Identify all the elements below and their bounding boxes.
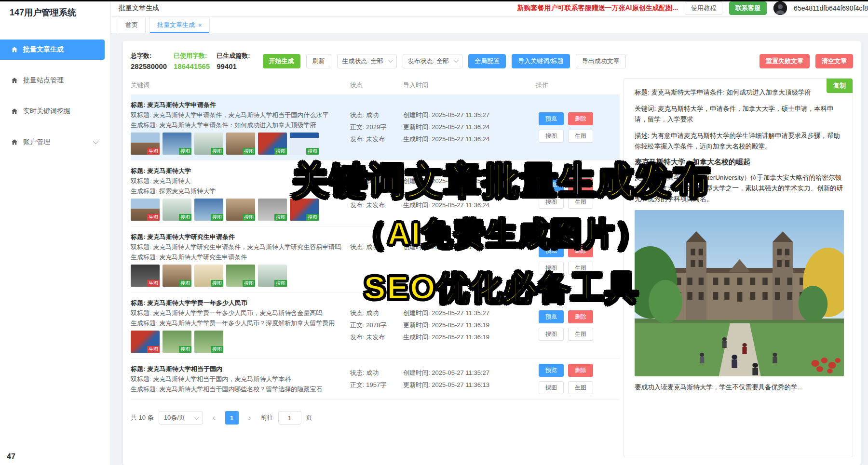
article-thumbnail[interactable]: 搜图: [226, 265, 255, 287]
table-row[interactable]: 标题: 麦克马斯特大学相当于国内 双标题: 麦克马斯特大学相当于国内，麦克马斯特…: [131, 359, 620, 400]
delete-button[interactable]: 删除: [568, 244, 593, 257]
article-thumbnail[interactable]: 搜图: [258, 265, 287, 287]
article-thumbnail[interactable]: 生图: [131, 133, 160, 155]
time-text: 更新时间: 2025-05-27 11:36:19: [403, 320, 536, 331]
article-thumbnail[interactable]: 生图: [131, 331, 160, 353]
search-image-button[interactable]: 搜图: [539, 130, 564, 143]
search-image-badge: 搜图: [306, 148, 319, 155]
generate-image-button[interactable]: 生图: [568, 328, 593, 341]
time-text: 创建时间: 2025-05-27 11:35:27: [403, 368, 536, 378]
tutorial-button[interactable]: 使用教程: [685, 1, 722, 15]
status-text: 状态: 成功: [350, 110, 403, 120]
goto-label: 前往: [261, 413, 273, 422]
article-thumbnail[interactable]: 生图: [131, 265, 160, 287]
delete-button[interactable]: 删除: [568, 112, 593, 125]
article-thumbnail[interactable]: 生图: [131, 199, 160, 221]
article-thumbnail[interactable]: 搜图: [163, 331, 191, 353]
copy-button[interactable]: 复制: [827, 79, 853, 93]
chevron-down-icon: [388, 58, 393, 63]
generate-image-button[interactable]: 生图: [568, 262, 593, 275]
import-keywords-button[interactable]: 导入关键词/标题: [512, 54, 570, 68]
article-dual-title: 双标题: 麦克马斯特大学学费一年多少人民币，麦克马斯特含金量高吗: [131, 308, 343, 318]
search-image-button[interactable]: 搜图: [539, 328, 564, 341]
article-thumbnail[interactable]: 搜图: [163, 199, 191, 221]
article-thumbnail[interactable]: 搜图: [290, 133, 319, 155]
generate-image-button[interactable]: 生图: [568, 130, 593, 143]
sidebar-item[interactable]: 实时关键词挖掘: [0, 101, 105, 121]
table-rows-viewport[interactable]: 标题: 麦克马斯特大学申请条件 双标题: 麦克马斯特大学申请条件，麦克马斯特大学…: [131, 94, 620, 404]
close-icon[interactable]: ×: [198, 22, 202, 28]
article-thumbnail[interactable]: 搜图: [290, 199, 319, 221]
delete-button[interactable]: 删除: [568, 364, 593, 377]
article-thumbnail[interactable]: 搜图: [194, 133, 223, 155]
tab[interactable]: 首页 ×: [118, 17, 146, 33]
stat-value: 282580000: [131, 62, 167, 70]
table-row[interactable]: 标题: 麦克马斯特大学申请条件 双标题: 麦克马斯特大学申请条件，麦克马斯特大学…: [131, 94, 620, 160]
publish-status-value: 发布状态: 全部: [408, 57, 449, 66]
article-thumbnail[interactable]: 搜图: [163, 265, 191, 287]
delete-button[interactable]: 删除: [568, 310, 593, 323]
generate-image-button[interactable]: 生图: [568, 381, 593, 394]
thumbnail-strip: 生图搜图搜图搜图搜图搜图: [131, 199, 343, 221]
generate-image-button[interactable]: 生图: [568, 196, 593, 209]
status-text: [350, 188, 403, 199]
promo-notice[interactable]: 新购套餐用户可联系客服赠送一万张AI原创生成配图...: [517, 4, 678, 13]
search-image-badge: 搜图: [274, 148, 287, 155]
status-time-line: 正文: 2078字更新时间: 2025-05-27 11:36:19: [350, 320, 536, 331]
refresh-button[interactable]: 刷新: [306, 54, 331, 68]
search-image-badge: 搜图: [179, 214, 191, 221]
article-thumbnail[interactable]: 搜图: [258, 199, 287, 221]
article-dual-title: 双标题: 麦克马斯特大学申请条件，麦克马斯特大学相当于国内什么水平: [131, 110, 343, 120]
sidebar-item[interactable]: 批量文章生成: [0, 40, 105, 60]
generate-image-badge: 生图: [147, 280, 160, 287]
table-header: 关键词 状态 导入时间 操作: [131, 78, 620, 94]
tab[interactable]: 批量文章生成 ×: [149, 17, 210, 33]
page-size-select[interactable]: 10条/页: [159, 411, 203, 425]
status-text: 正文: 1957字: [350, 380, 403, 390]
search-image-button[interactable]: 搜图: [539, 262, 564, 275]
preview-button[interactable]: 预览: [539, 310, 564, 323]
generation-status-select[interactable]: 生成状态: 全部: [337, 54, 397, 68]
actions-cell: 预览删除搜图生图: [536, 232, 620, 287]
article-thumbnail[interactable]: 搜图: [163, 133, 191, 155]
preview-button[interactable]: 预览: [539, 364, 564, 377]
page-number-1[interactable]: 1: [225, 411, 239, 425]
delete-button[interactable]: 删除: [568, 178, 593, 191]
article-thumbnail[interactable]: 搜图: [226, 133, 255, 155]
article-title: 标题: 麦克马斯特大学学费一年多少人民币: [131, 298, 343, 308]
preview-button[interactable]: 预览: [539, 178, 564, 191]
time-text: 更新时间: 2025-05-27 11:36:24: [403, 122, 536, 133]
search-image-button[interactable]: 搜图: [539, 381, 564, 394]
stat-label: 总字数:: [131, 52, 167, 60]
publish-status-select[interactable]: 发布状态: 全部: [403, 54, 462, 68]
next-page-button[interactable]: ›: [244, 411, 256, 425]
table-row[interactable]: 标题: 麦克马斯特大学研究生申请条件 双标题: 麦克马斯特大学研究生申请条件，麦…: [131, 226, 620, 292]
keyword-cell: 标题: 麦克马斯特大学申请条件 双标题: 麦克马斯特大学申请条件，麦克马斯特大学…: [131, 100, 350, 155]
status-text: 状态: 成功: [350, 368, 403, 378]
article-thumbnail[interactable]: 搜图: [194, 331, 223, 353]
article-thumbnail[interactable]: 搜图: [194, 265, 223, 287]
search-image-badge: 搜图: [274, 214, 287, 221]
table-row[interactable]: 标题: 麦克马斯特大学学费一年多少人民币 双标题: 麦克马斯特大学学费一年多少人…: [131, 292, 620, 359]
preview-button[interactable]: 预览: [539, 244, 564, 257]
sidebar-item[interactable]: 账户管理: [0, 132, 105, 152]
prev-page-button[interactable]: ‹: [208, 411, 220, 425]
stat-item: 已使用字数: 186441565: [174, 52, 210, 70]
article-thumbnail[interactable]: 搜图: [194, 199, 223, 221]
search-image-button[interactable]: 搜图: [539, 196, 564, 209]
export-success-button[interactable]: 导出成功文章: [576, 54, 626, 68]
reset-failed-button[interactable]: 重置失败文章: [760, 54, 810, 68]
stats-group: 总字数: 282580000 已使用字数: 186441565 已生成篇数: 9…: [131, 52, 257, 70]
start-generate-button[interactable]: 开始生成: [263, 54, 300, 68]
avatar[interactable]: [773, 1, 787, 15]
clear-articles-button[interactable]: 清空文章: [815, 54, 853, 68]
contact-support-button[interactable]: 联系客服: [729, 1, 767, 15]
status-time-line: 状态: 成功创建时间: 2025-05-27 11:35:27: [350, 368, 536, 378]
article-thumbnail[interactable]: 搜图: [258, 133, 287, 155]
preview-button[interactable]: 预览: [539, 112, 564, 125]
article-thumbnail[interactable]: 搜图: [226, 199, 255, 221]
sidebar-item[interactable]: 批量站点管理: [0, 70, 105, 91]
table-row[interactable]: 标题: 麦克马斯特大学 双标题: 麦克马斯特大 生成标题: 探索麦克马斯特大学 …: [131, 160, 620, 226]
goto-page-input[interactable]: [278, 411, 301, 425]
global-config-button[interactable]: 全局配置: [468, 54, 506, 68]
